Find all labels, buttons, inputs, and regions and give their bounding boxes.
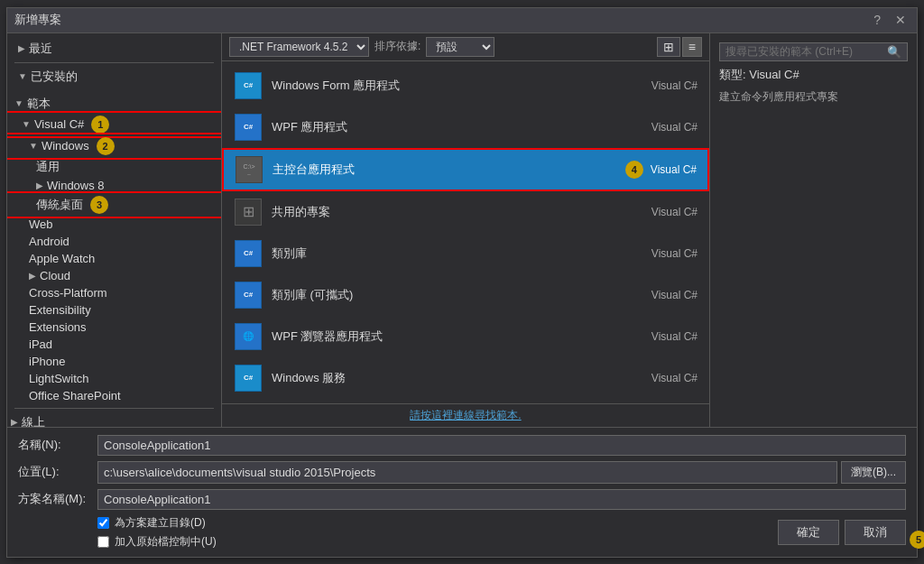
location-input[interactable]: [97, 461, 837, 484]
wpf-browser-name: WPF 瀏覽器應用程式: [272, 328, 651, 345]
classlib-portable-name: 類別庫 (可攜式): [272, 287, 651, 303]
title-bar: 新增專案 ? ✕: [7, 8, 917, 33]
template-item-winform[interactable]: C# Windows Form 應用程式 Visual C#: [222, 65, 709, 106]
left-panel-header: ▶ 最近 ▼ 已安裝的: [7, 33, 221, 92]
wpf-browser-lang: Visual C#: [651, 330, 698, 343]
shared-lang: Visual C#: [651, 206, 698, 218]
dialog-title: 新增專案: [14, 12, 61, 28]
browse-button[interactable]: 瀏覽(B)...: [841, 461, 906, 484]
search-input[interactable]: [725, 45, 883, 58]
shared-icon: ⊞: [234, 198, 263, 227]
name-input[interactable]: [97, 435, 906, 456]
search-box[interactable]: 🔍: [719, 42, 908, 61]
solution-row: 方案名稱(M):: [18, 489, 906, 510]
recent-section[interactable]: ▶ 最近: [14, 39, 214, 59]
cloud-node[interactable]: ▶ Cloud: [7, 267, 221, 284]
search-icon: 🔍: [887, 45, 901, 59]
classlib-name: 類別庫: [272, 245, 651, 262]
badge-5: 5: [910, 531, 924, 549]
extensibility-node[interactable]: Extensibility: [7, 301, 221, 319]
console-lang: Visual C#: [651, 163, 697, 176]
cancel-button[interactable]: 取消: [845, 520, 906, 545]
installed-section[interactable]: ▼ 已安裝的: [14, 67, 214, 87]
left-tree: ▼ 範本 ▼ Visual C# 1 ▼ Windows 2 通用: [7, 92, 221, 427]
shared-name: 共用的專案: [272, 204, 651, 220]
template-list: C# Windows Form 應用程式 Visual C# C# WPF 應用…: [222, 61, 709, 403]
template-item-classlib-portable[interactable]: C# 類別庫 (可攜式) Visual C#: [222, 274, 709, 316]
action-buttons: 確定 取消 5: [778, 520, 906, 545]
solution-input[interactable]: [97, 489, 906, 510]
lightswitch-node[interactable]: LightSwitch: [7, 370, 221, 387]
template-node[interactable]: ▼ 範本: [7, 94, 221, 114]
view-buttons: ⊞ ≡: [657, 37, 702, 57]
title-bar-controls: ? ✕: [870, 13, 910, 27]
framework-select[interactable]: .NET Framework 4.5.2: [229, 37, 369, 57]
checkbox-row-2: 加入原始檔控制中(U): [97, 534, 217, 550]
classlib-portable-icon: C#: [234, 281, 263, 310]
sort-select[interactable]: 預設: [426, 37, 494, 57]
template-item-wpf-browser[interactable]: 🌐 WPF 瀏覽器應用程式 Visual C#: [222, 316, 709, 357]
location-input-group: 瀏覽(B)...: [97, 461, 906, 484]
list-view-button[interactable]: ≡: [682, 37, 702, 57]
classic-desktop-node[interactable]: 傳統桌面 3: [7, 194, 221, 216]
office-node[interactable]: Office SharePoint: [7, 387, 221, 404]
web-node[interactable]: Web: [7, 216, 221, 233]
ipad-node[interactable]: iPad: [7, 336, 221, 353]
cross-platform-node[interactable]: Cross-Platform: [7, 284, 221, 301]
winform-name: Windows Form 應用程式: [272, 78, 651, 94]
location-row: 位置(L): 瀏覽(B)...: [18, 461, 906, 484]
solution-label: 方案名稱(M):: [18, 491, 90, 507]
common-node[interactable]: 通用: [7, 157, 221, 177]
checkboxes: 為方案建立目錄(D) 加入原始檔控制中(U): [18, 515, 217, 550]
checkbox-row-1: 為方案建立目錄(D): [97, 515, 217, 531]
windows8-node[interactable]: ▶ Windows 8: [7, 177, 221, 194]
win-service-name: Windows 服務: [272, 370, 651, 386]
left-panel: ▶ 最近 ▼ 已安裝的 ▼ 範本 ▼ Visual C#: [7, 33, 222, 427]
close-button[interactable]: ✕: [892, 13, 910, 27]
template-item-wpf[interactable]: C# WPF 應用程式 Visual C#: [222, 106, 709, 148]
classlib-icon: C#: [234, 239, 263, 268]
badge-2: 2: [97, 137, 115, 155]
apple-watch-node[interactable]: Apple Watch: [7, 250, 221, 267]
location-label: 位置(L):: [18, 464, 90, 480]
create-directory-checkbox[interactable]: [97, 517, 109, 529]
middle-footer: 請按這裡連線尋找範本.: [222, 403, 709, 427]
new-project-dialog: 新增專案 ? ✕ ▶ 最近 ▼ 已安裝的 ▼: [6, 7, 918, 558]
classlib-portable-lang: Visual C#: [651, 289, 698, 301]
classlib-lang: Visual C#: [651, 247, 698, 260]
sort-label: 排序依據:: [374, 39, 420, 54]
windows-node[interactable]: ▼ Windows 2: [7, 135, 221, 157]
template-item-shared[interactable]: ⊞ 共用的專案 Visual C#: [222, 191, 709, 233]
extensions-node[interactable]: Extensions: [7, 319, 221, 336]
badge-1: 1: [91, 116, 109, 134]
name-label: 名稱(N):: [18, 437, 90, 453]
iphone-node[interactable]: iPhone: [7, 353, 221, 370]
console-icon: C:\> _: [235, 155, 263, 184]
template-item-win-service[interactable]: C# Windows 服務 Visual C#: [222, 357, 709, 399]
ok-button[interactable]: 確定: [778, 520, 839, 545]
badge-3: 3: [90, 196, 108, 214]
console-name: 主控台應用程式: [273, 162, 622, 178]
name-row: 名稱(N):: [18, 435, 906, 456]
wpf-name: WPF 應用程式: [272, 119, 651, 135]
help-button[interactable]: ?: [870, 13, 884, 27]
badge-4: 4: [625, 161, 643, 179]
bottom-bar: 名稱(N): 位置(L): 瀏覽(B)... 方案名稱(M): 為方案建立目錄(…: [7, 427, 917, 557]
type-label: 類型: Visual C#: [719, 67, 908, 83]
template-item-classlib[interactable]: C# 類別庫 Visual C#: [222, 233, 709, 274]
create-directory-label[interactable]: 為方案建立目錄(D): [115, 515, 206, 531]
grid-view-button[interactable]: ⊞: [657, 37, 680, 57]
win-service-lang: Visual C#: [651, 372, 698, 384]
online-template-link[interactable]: 請按這裡連線尋找範本.: [410, 409, 521, 421]
wpf-browser-icon: 🌐: [234, 322, 263, 351]
bottom-controls: 為方案建立目錄(D) 加入原始檔控制中(U) 確定 取消 5: [18, 515, 906, 550]
template-item-console[interactable]: C:\> _ 主控台應用程式 4 Visual C#: [222, 148, 709, 191]
visual-cs-node[interactable]: ▼ Visual C# 1: [7, 114, 221, 135]
source-control-label[interactable]: 加入原始檔控制中(U): [115, 534, 217, 550]
wpf-icon: C#: [234, 113, 263, 142]
online-section[interactable]: ▶ 線上: [7, 412, 221, 427]
android-node[interactable]: Android: [7, 233, 221, 250]
dialog-body: ▶ 最近 ▼ 已安裝的 ▼ 範本 ▼ Visual C#: [7, 33, 917, 427]
source-control-checkbox[interactable]: [97, 536, 109, 548]
winform-lang: Visual C#: [651, 79, 698, 92]
